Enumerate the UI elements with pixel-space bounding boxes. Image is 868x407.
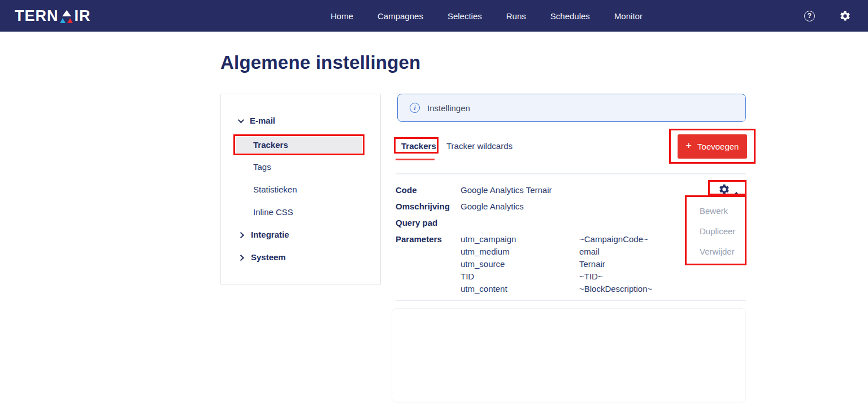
info-icon: i bbox=[410, 103, 420, 113]
omschrijving-label: Omschrijving bbox=[396, 202, 450, 211]
tabs-divider bbox=[396, 173, 746, 174]
nav-item-home[interactable]: Home bbox=[331, 11, 353, 21]
param-name: utm_content bbox=[461, 284, 507, 294]
sidebar-item-statistieken[interactable]: Statistieken bbox=[253, 185, 297, 194]
sidebar-item-trackers[interactable]: Trackers bbox=[236, 137, 362, 153]
info-banner-text: Instellingen bbox=[427, 103, 470, 113]
info-banner: i Instellingen bbox=[397, 94, 746, 122]
tab-trackers[interactable]: Trackers bbox=[401, 141, 436, 151]
info-glyph: i bbox=[414, 104, 415, 111]
param-value: ~CampaignCode~ bbox=[579, 234, 648, 244]
sidebar-group-systeem[interactable]: Systeem bbox=[239, 252, 286, 262]
code-label: Code bbox=[396, 185, 417, 195]
nav-item-selecties[interactable]: Selecties bbox=[448, 11, 482, 21]
help-glyph: ? bbox=[808, 12, 811, 20]
param-value: email bbox=[579, 247, 600, 256]
top-navbar: TERN IR Home Campagnes Selecties Runs Sc… bbox=[0, 0, 868, 32]
query-pad-label: Query pad bbox=[396, 218, 437, 227]
ternair-logo[interactable]: TERN IR bbox=[15, 0, 91, 32]
sidebar-item-inline-css[interactable]: Inline CSS bbox=[253, 207, 293, 217]
parameters-label: Parameters bbox=[396, 234, 442, 244]
toevoegen-button-label: Toevoegen bbox=[697, 142, 739, 151]
param-value: ~BlockDescription~ bbox=[579, 284, 652, 294]
logo-triangle-a-icon bbox=[60, 10, 73, 24]
param-name: utm_campaign bbox=[461, 234, 516, 244]
nav-item-schedules[interactable]: Schedules bbox=[550, 11, 590, 21]
page-title: Algemene instellingen bbox=[220, 52, 420, 73]
navbar-icons: ? bbox=[804, 0, 851, 32]
param-name: utm_source bbox=[461, 259, 505, 269]
sidebar-group-integratie-label: Integratie bbox=[251, 230, 289, 239]
param-value: ~TID~ bbox=[579, 272, 603, 281]
logo-text-left: TERN bbox=[15, 7, 59, 25]
sidebar-group-email[interactable]: E-mail bbox=[238, 116, 275, 125]
param-value: Ternair bbox=[579, 259, 605, 269]
sidebar-item-trackers-label: Trackers bbox=[253, 140, 288, 150]
record-divider bbox=[396, 300, 746, 301]
param-name: utm_medium bbox=[461, 247, 510, 256]
nav-item-campagnes[interactable]: Campagnes bbox=[377, 11, 423, 21]
chevron-right-icon bbox=[238, 255, 244, 261]
chevron-right-icon bbox=[238, 232, 244, 238]
main-nav: Home Campagnes Selecties Runs Schedules … bbox=[331, 0, 643, 32]
code-value: Google Analytics Ternair bbox=[461, 185, 552, 195]
sidebar-group-integratie[interactable]: Integratie bbox=[239, 230, 289, 239]
empty-next-record-card bbox=[392, 308, 746, 402]
sidebar-item-statistieken-label: Statistieken bbox=[253, 185, 297, 194]
sidebar-group-systeem-label: Systeem bbox=[251, 252, 286, 262]
plus-icon: + bbox=[686, 140, 692, 152]
nav-item-runs[interactable]: Runs bbox=[506, 11, 526, 21]
settings-gear-icon[interactable] bbox=[839, 10, 851, 22]
nav-item-monitor[interactable]: Monitor bbox=[614, 11, 643, 21]
chevron-down-icon bbox=[238, 116, 244, 122]
sidebar-item-tags[interactable]: Tags bbox=[253, 162, 271, 172]
toevoegen-button[interactable]: + Toevoegen bbox=[678, 134, 747, 159]
sidebar-item-inline-css-label: Inline CSS bbox=[253, 207, 293, 217]
sidebar-group-email-label: E-mail bbox=[250, 116, 275, 125]
menu-item-dupliceer[interactable]: Dupliceer bbox=[700, 226, 735, 236]
tab-tracker-wildcards[interactable]: Tracker wildcards bbox=[446, 141, 513, 151]
sidebar-item-tags-label: Tags bbox=[253, 162, 271, 172]
omschrijving-value: Google Analytics bbox=[461, 202, 524, 211]
param-name: TID bbox=[461, 272, 474, 281]
logo-text-right: IR bbox=[75, 7, 91, 25]
active-tab-underline bbox=[396, 159, 435, 160]
row-settings-gear-icon[interactable] bbox=[718, 183, 730, 195]
menu-item-verwijder[interactable]: Verwijder bbox=[700, 247, 735, 256]
chevron-up-icon[interactable] bbox=[735, 188, 739, 198]
menu-item-bewerk[interactable]: Bewerk bbox=[700, 206, 728, 216]
help-icon[interactable]: ? bbox=[804, 11, 815, 21]
